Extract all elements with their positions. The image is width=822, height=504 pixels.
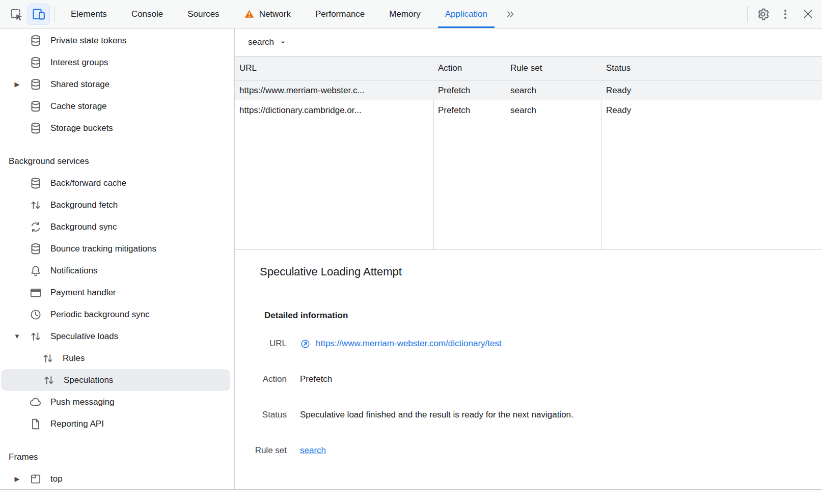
attempt-ruleset-link[interactable]: search [300,445,326,456]
sidebar-item-label: Rules [63,353,85,363]
expander-collapsed-icon[interactable]: ▶ [5,475,29,483]
up-down-arrows-icon [41,352,54,365]
cell-rule-set: search [506,86,601,96]
detail-label-action: Action [238,374,287,384]
database-icon [29,122,42,135]
sidebar-item-notifications[interactable]: Notifications [0,260,234,282]
double-chevron-icon [505,9,516,20]
sidebar-item-label: Background fetch [50,200,118,210]
database-icon [29,242,42,256]
attempt-title: Speculative Loading Attempt [260,265,402,278]
application-sidebar: Private state tokens Interest groups ▶ S… [0,29,235,489]
more-tabs-button[interactable] [500,0,521,28]
cloud-icon [29,396,42,409]
sidebar-item-back-forward-cache[interactable]: Back/forward cache [0,172,234,194]
database-icon [29,78,42,91]
sidebar-item-label: Periodic background sync [50,310,150,320]
tab-sources[interactable]: Sources [175,0,231,28]
tab-application[interactable]: Application [433,0,500,28]
sidebar-item-speculations[interactable]: Speculations [1,369,230,391]
cell-action: Prefetch [433,105,506,116]
table-row[interactable]: https://www.merriam-webster.c... Prefetc… [235,80,822,100]
database-icon [29,177,42,190]
tab-label: Performance [315,9,365,19]
tab-network[interactable]: Network [232,0,303,28]
kebab-menu-icon [779,8,792,21]
column-header-status[interactable]: Status [601,63,822,73]
sidebar-item-label: Interest groups [50,58,108,68]
section-header-label: Frames [9,452,38,462]
column-header-rule-set[interactable]: Rule set [506,63,601,73]
sync-icon [29,220,42,234]
toolbar-divider [54,6,54,22]
tab-elements[interactable]: Elements [59,0,119,28]
sidebar-item-bounce-tracking-mitigations[interactable]: Bounce tracking mitigations [0,238,234,260]
device-toolbar-icon [32,7,46,21]
ruleset-filter-select[interactable]: search [248,37,287,47]
sidebar-item-background-sync[interactable]: Background sync [0,216,234,238]
tab-performance[interactable]: Performance [303,0,377,28]
tab-label: Network [259,9,291,19]
toolbar-divider [747,6,748,22]
settings-button[interactable] [752,4,774,25]
sidebar-item-label: Shared storage [50,79,109,90]
sidebar-item-interest-groups[interactable]: Interest groups [0,51,234,73]
sidebar-item-payment-handler[interactable]: Payment handler [0,282,234,303]
devtools-menu-button[interactable] [774,4,797,25]
detail-label-rule-set: Rule set [238,445,287,456]
document-icon [29,417,42,431]
detail-label-status: Status [238,410,287,420]
cell-status: Ready [601,86,822,96]
sidebar-item-private-state-tokens[interactable]: Private state tokens [0,30,234,51]
sidebar-item-speculative-loads[interactable]: ▼ Speculative loads [0,325,234,347]
column-header-action[interactable]: Action [433,63,506,73]
sidebar-item-background-fetch[interactable]: Background fetch [0,194,234,216]
table-header-row: URL Action Rule set Status [235,57,822,80]
cell-rule-set: search [506,105,601,116]
sidebar-item-frame-top[interactable]: ▶ top [0,468,234,489]
tab-console[interactable]: Console [119,0,175,28]
detail-row-url: URL https://www.merriam-webster.com/dict… [238,336,810,351]
expander-expanded-icon[interactable]: ▼ [5,332,29,340]
up-down-arrows-icon [42,374,56,387]
payment-card-icon [29,286,42,299]
database-icon [29,100,42,113]
sidebar-item-rules[interactable]: Rules [0,347,234,369]
close-icon [801,7,815,21]
tab-label: Elements [71,9,107,19]
sidebar-item-reporting-api[interactable]: Reporting API [0,413,234,435]
column-header-url[interactable]: URL [235,63,433,73]
tab-memory[interactable]: Memory [377,0,432,28]
sidebar-item-label: Speculative loads [50,331,118,342]
cell-action: Prefetch [433,86,506,96]
sidebar-item-periodic-background-sync[interactable]: Periodic background sync [0,303,234,325]
expander-collapsed-icon[interactable]: ▶ [5,80,29,88]
sidebar-item-label: top [50,474,63,484]
speculations-panel: search URL Action Rule set Status https:… [235,29,822,489]
inspect-element-button[interactable] [5,4,28,25]
toggle-device-toolbar-button[interactable] [28,4,50,25]
sidebar-item-label: Background sync [50,222,117,232]
up-down-arrows-icon [29,199,42,212]
sidebar-item-push-messaging[interactable]: Push messaging [0,391,234,413]
detail-row-rule-set: Rule set search [238,443,810,458]
cell-url: https://dictionary.cambridge.or... [235,105,433,116]
frame-icon [29,472,42,486]
sidebar-item-label: Push messaging [50,397,115,407]
close-devtools-button[interactable] [797,4,819,25]
sidebar-item-cache-storage[interactable]: Cache storage [0,95,234,117]
sidebar-section-background-services: Background services [0,150,234,172]
sidebar-item-storage-buckets[interactable]: Storage buckets [0,117,234,139]
detail-row-action: Action Prefetch [238,372,810,387]
main-toolbar: Elements Console Sources Network Perform… [0,0,822,29]
attempt-url-link[interactable]: https://www.merriam-webster.com/dictiona… [316,339,502,349]
open-url-icon[interactable] [300,339,311,349]
table-row[interactable]: https://dictionary.cambridge.or... Prefe… [235,100,822,120]
devtools-window: Elements Console Sources Network Perform… [0,0,822,504]
sidebar-item-label: Cache storage [50,101,107,111]
gear-icon [756,7,770,21]
attempt-action-value: Prefetch [300,374,332,384]
sidebar-item-shared-storage[interactable]: ▶ Shared storage [0,73,234,95]
speculations-table: URL Action Rule set Status https://www.m… [235,56,822,250]
tab-label: Application [445,9,487,19]
